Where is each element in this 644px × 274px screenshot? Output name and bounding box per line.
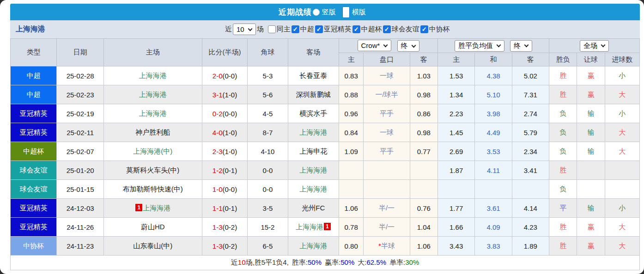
score-cell: 1-0(0-0) — [202, 180, 247, 199]
result-handicap-cell: 赢 — [577, 66, 605, 85]
result-goals-cell — [605, 180, 639, 199]
over-rate-label: 大: — [358, 258, 366, 266]
away-team-cell: 上海海港 — [288, 180, 339, 199]
win-rate-value: 50% — [308, 258, 322, 266]
avg-dropdown-cell: 胜平负均值 终 — [437, 39, 549, 53]
league-friendly-checkbox[interactable]: ✓ — [383, 25, 391, 33]
odds-home-cell: 0.96 — [339, 104, 364, 123]
col-avg-away: 客 — [512, 53, 549, 66]
col-result-wdl: 胜负 — [549, 53, 577, 66]
match-count-select[interactable]: 10 — [233, 24, 256, 35]
result-goals-cell: 小 — [605, 66, 639, 85]
odds-away-cell: 0.86 — [410, 104, 437, 123]
league-cup-checkbox[interactable]: ✓ — [352, 25, 360, 33]
summary-count: 10 — [238, 258, 246, 266]
table-row: 中超 25-02-23 上海海港 3-1(1-0) 5-6 深圳新鹏城 0.88… — [11, 85, 640, 104]
odds-dropdown-cell: Crow* 终 — [339, 39, 438, 53]
table-row: 中超 25-02-28 上海海港 2-0(0-0) 5-3 长春亚泰 0.83 … — [11, 66, 640, 85]
layout-horizontal-radio[interactable] — [342, 6, 350, 18]
league-cfa-checkbox[interactable]: ✓ — [420, 25, 428, 33]
result-wdl-cell: 负 — [549, 180, 577, 199]
result-goals-cell: 大 — [605, 142, 639, 161]
odds-home-cell: 0.88 — [339, 85, 364, 104]
away-team-cell: 上海海港1 — [288, 218, 339, 237]
result-goals-cell: 大 — [605, 237, 639, 256]
odds-home-cell: 0.83 — [339, 66, 364, 85]
home-team-name: 上海海港 — [139, 109, 167, 117]
col-away: 客场 — [288, 39, 339, 66]
handicap-line-cell: 半/一 — [364, 199, 410, 218]
league-csl-checkbox[interactable]: ✓ — [292, 25, 299, 33]
score-cell: 1-3(0-2) — [202, 237, 247, 256]
date-cell: 25-02-19 — [57, 104, 103, 123]
avg-odds-select[interactable]: 胜平负均值 — [455, 40, 504, 52]
home-team-cell: 上海海港(中) — [103, 142, 202, 161]
table-row: 亚冠精英 24-12-03 1上海海港 1-1(0-1) 3-5 光州FC 1.… — [11, 199, 640, 218]
date-cell: 25-01-15 — [57, 180, 103, 199]
date-cell: 25-01-20 — [57, 161, 103, 180]
corner-cell: 4-5 — [248, 104, 288, 123]
home-team-name: 山东泰山(中) — [133, 242, 172, 250]
table-row: 中协杯 24-11-23 山东泰山(中) 1-3(0-2) 6-5 上海海港 0… — [11, 237, 640, 256]
date-cell: 25-02-28 — [57, 66, 103, 85]
odds-home-cell: 0.84 — [339, 123, 364, 142]
handicap-rate-label: 赢率: — [325, 258, 340, 266]
away-team-cell: 长春亚泰 — [288, 66, 339, 85]
score-cell: 3-1(1-0) — [202, 85, 247, 104]
odds-away-cell: 0.98 — [410, 123, 437, 142]
handicap-line-cell: 半/一 — [364, 218, 410, 237]
odds-away-cell: 0.98 — [410, 85, 437, 104]
away-team-cell: 上海申花 — [288, 142, 339, 161]
avg-time-select[interactable]: 终 — [510, 40, 532, 52]
col-odds-line: 盘口 — [364, 53, 410, 66]
scope-dropdown-cell: 全场 — [549, 39, 640, 53]
result-wdl-cell: 平 — [549, 199, 577, 218]
league-cfa-label: 中协杯 — [429, 25, 450, 34]
same-host-checkbox[interactable] — [268, 25, 276, 33]
layout-vertical-radio[interactable] — [313, 9, 320, 16]
chevron-down-icon — [524, 43, 529, 48]
home-team-name: 莫斯科火车头(中) — [126, 166, 179, 174]
league-acl-label: 亚冠精英 — [324, 25, 352, 34]
single-rate-label: 单率: — [389, 258, 405, 266]
avg-draw-cell: 3.53 — [475, 142, 512, 161]
table-row: 亚冠精英 25-02-11 神户胜利船 4-0(1-0) 8-7 上海海港 0.… — [11, 123, 640, 142]
odds-away-cell: 1.03 — [410, 66, 437, 85]
result-goals-cell — [605, 161, 639, 180]
layout-horizontal-label[interactable]: 横版 — [352, 8, 366, 17]
result-wdl-cell: 负 — [549, 104, 577, 123]
col-home: 主场 — [103, 39, 202, 66]
avg-away-cell: 5.79 — [512, 123, 549, 142]
result-goals-cell: 大 — [605, 123, 639, 142]
avg-away-cell: 7.31 — [512, 85, 549, 104]
league-csl-label: 中超 — [300, 25, 314, 34]
avg-home-cell: 1.77 — [437, 199, 474, 218]
league-acl-checkbox[interactable]: ✓ — [315, 25, 323, 33]
odds-time-select[interactable]: 终 — [397, 40, 419, 52]
home-team-name: 蔚山HD — [141, 223, 165, 231]
games-label: 场 — [257, 25, 264, 34]
corner-cell: 4-10 — [248, 142, 288, 161]
chevron-down-icon — [411, 43, 416, 48]
layout-vertical-label[interactable]: 竖版 — [322, 8, 336, 17]
league-badge: 亚冠精英 — [11, 123, 57, 142]
league-badge: 球会友谊 — [11, 180, 57, 199]
away-team-name: 横滨水手 — [299, 109, 327, 117]
league-badge: 中超 — [11, 66, 57, 85]
avg-draw-cell: 3.98 — [475, 104, 512, 123]
home-team-name: 上海海港 — [139, 71, 167, 79]
scope-select[interactable]: 全场 — [580, 40, 609, 52]
corner-cell: 6-5 — [248, 237, 288, 256]
score-cell: 0-2(0-0) — [202, 104, 247, 123]
odds-company-select[interactable]: Crow* — [358, 40, 392, 51]
avg-away-cell: 2.74 — [512, 104, 549, 123]
avg-home-cell: 1.53 — [437, 66, 474, 85]
result-goals-cell: 大 — [605, 85, 639, 104]
avg-home-cell: 1.34 — [437, 85, 474, 104]
away-team-name: 深圳新鹏城 — [296, 90, 331, 98]
corner-cell: 0-0 — [248, 161, 288, 180]
avg-away-cell: 4.23 — [512, 218, 549, 237]
home-team-cell: 神户胜利船 — [103, 123, 202, 142]
avg-home-cell: 1.66 — [437, 218, 474, 237]
handicap-line-cell: 平手 — [364, 142, 410, 161]
